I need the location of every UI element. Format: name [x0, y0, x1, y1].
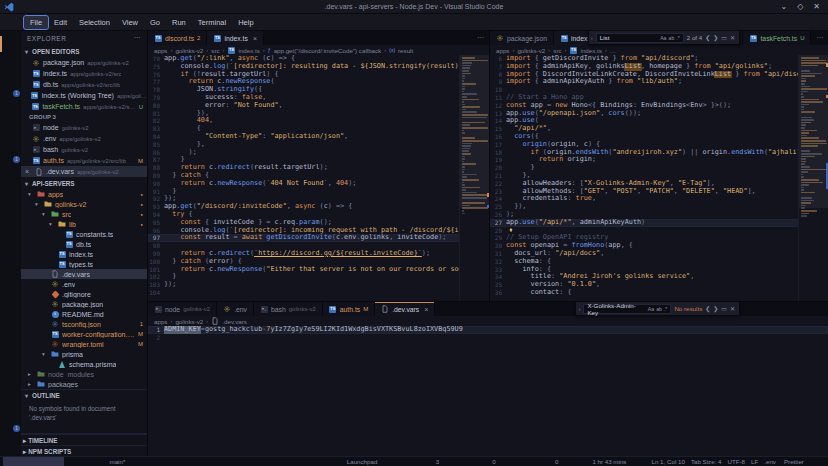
expand-replace-icon[interactable]: › — [591, 35, 593, 41]
tree-item-prisma[interactable]: ▾prisma — [21, 349, 147, 359]
expand-replace-icon[interactable]: › — [578, 306, 580, 312]
tree-item--env[interactable]: .env — [21, 279, 147, 289]
tree-item-tsconfig-json[interactable]: tsconfig.json1 — [21, 319, 147, 329]
accounts-icon[interactable]: 1 — [0, 412, 21, 434]
breadcrumb-item[interactable]: index.ts — [239, 47, 260, 54]
whole-word-icon[interactable]: ab — [669, 35, 675, 41]
regex-icon[interactable]: .* — [664, 306, 667, 312]
breadcrumb-item[interactable]: result — [398, 47, 413, 54]
minimize-icon[interactable]: ⌄ — [780, 2, 787, 11]
tree-item-lib[interactable]: ▾lib● — [21, 219, 147, 229]
tree-item-schema-prisma[interactable]: schema.prisma — [21, 359, 147, 369]
tree-item-golinks-v2[interactable]: ▾golinks-v2● — [21, 199, 147, 209]
menu-item-terminal[interactable]: Terminal — [192, 16, 232, 29]
tab-taskfetch-ts[interactable]: TStaskFetch.tsU — [743, 31, 811, 45]
statusbar-problems[interactable]: 30 — [381, 457, 498, 466]
statusbar-git-branch[interactable]: main* — [65, 457, 129, 466]
menu-item-run[interactable]: Run — [166, 16, 192, 29]
tab-discord-ts[interactable]: TSdiscord.ts2 — [148, 31, 207, 45]
breadcrumb-item[interactable]: index.ts — [581, 47, 602, 54]
run-debug-icon[interactable] — [0, 99, 21, 121]
menu-item-view[interactable]: View — [116, 16, 144, 29]
previous-match-icon[interactable]: ❮ — [705, 305, 710, 312]
statusbar-person[interactable] — [252, 457, 313, 466]
outline-header[interactable]: ▾ OUTLINE — [21, 389, 147, 401]
menu-item-selection[interactable]: Selection — [73, 16, 116, 29]
more-actions-icon[interactable]: ⋯ — [134, 34, 142, 42]
breadcrumb-item[interactable]: apps — [496, 47, 509, 54]
open-editor-item[interactable]: TSdb.tsapps/golinks-v2/src/lib — [21, 79, 147, 90]
close-icon[interactable]: × — [253, 35, 257, 42]
files-icon[interactable] — [0, 33, 21, 55]
open-editor-item[interactable]: TSindex.ts (Working Tree)apps/golinks-v… — [21, 90, 147, 101]
breadcrumb-item[interactable]: apps — [154, 47, 167, 54]
tree-item-packages[interactable]: ▸packages — [21, 379, 147, 389]
open-editor-item[interactable]: >_bashgolinks-v2 — [21, 144, 147, 155]
tab-bash[interactable]: >_bashgolinks-v2 — [254, 302, 323, 316]
breadcrumb-item[interactable]: golinks-v2 — [175, 47, 203, 54]
code-editor[interactable]: 70app.get("/:link", async (c) => {75 con… — [148, 55, 489, 301]
breadcrumb[interactable]: apps›golinks-v2›.dev.vars — [148, 316, 828, 326]
tree-item-constants-ts[interactable]: TSconstants.ts — [21, 229, 147, 239]
breadcrumb-item[interactable]: apps — [154, 318, 167, 325]
tree-item--gitignore[interactable]: .gitignore — [21, 289, 147, 299]
breadcrumb-item[interactable]: src — [553, 47, 561, 54]
close-icon[interactable]: ✕ — [813, 2, 820, 11]
statusbar-layers[interactable] — [191, 457, 252, 466]
find-in-selection-icon[interactable]: ▭ — [721, 34, 727, 41]
statusbar-encoding[interactable]: UTF-8 — [725, 457, 749, 466]
statusbar-indentation[interactable]: Tab Size: 4 — [688, 457, 725, 466]
open-editor-item[interactable]: ×.dev.varsapps/golinks-v2 — [21, 166, 147, 177]
statusbar-remote-indicator[interactable] — [3, 457, 64, 466]
breadcrumb[interactable]: apps›golinks-v2›src›TSindex.ts›ƒapp.get(… — [148, 45, 489, 55]
statusbar-notifications[interactable] — [807, 457, 825, 466]
statusbar-timer[interactable]: 1 hr 43 mins — [562, 457, 629, 466]
statusbar-language-mode[interactable]: .env — [761, 457, 779, 466]
open-editors-header[interactable]: ▾ OPEN EDITORS — [21, 45, 147, 57]
github-icon[interactable] — [0, 121, 21, 143]
find-in-selection-icon[interactable]: ▭ — [721, 305, 727, 312]
tab--dev-vars[interactable]: .dev.vars× — [375, 302, 435, 316]
open-editor-item[interactable]: TSauth.tsapps/golinks-v2/src/libM — [21, 155, 147, 166]
breadcrumb-item[interactable]: app.get("/discord/:inviteCode") callback — [274, 47, 382, 54]
statusbar-ports[interactable]: 0 — [500, 457, 562, 466]
search-icon[interactable] — [0, 55, 21, 77]
tree-item-index-ts[interactable]: TSindex.ts — [21, 249, 147, 259]
statusbar-sync[interactable] — [129, 457, 190, 466]
breadcrumb-item[interactable]: golinks-v2 — [517, 47, 545, 54]
docker-icon[interactable] — [0, 187, 21, 209]
minimap[interactable] — [459, 55, 489, 301]
menu-item-file[interactable]: File — [24, 16, 48, 29]
tree-item-db-ts[interactable]: TSdb.ts — [21, 239, 147, 249]
tree-item-wrangler-toml[interactable]: wrangler.tomlM — [21, 339, 147, 349]
match-case-icon[interactable]: Aa — [648, 306, 654, 312]
find-input[interactable]: X-Golinks-Admin-KeyAaab.* — [583, 304, 671, 314]
find-input[interactable]: ListAaab.* — [596, 33, 684, 43]
close-icon[interactable]: ✕ — [730, 34, 735, 41]
maximize-icon[interactable]: ◇ — [797, 2, 803, 11]
next-match-icon[interactable]: ❯ — [713, 34, 718, 41]
tab-auth-ts[interactable]: TSauth.tsM — [323, 302, 375, 316]
match-case-icon[interactable]: Aa — [660, 35, 666, 41]
tree-item-types-ts[interactable]: TStypes.ts — [21, 259, 147, 269]
breadcrumb-item[interactable]: golinks-v2 — [175, 318, 203, 325]
menu-item-go[interactable]: Go — [144, 16, 166, 29]
close-icon[interactable]: ✕ — [730, 305, 735, 312]
statusbar-launchpad[interactable]: Launchpad — [314, 457, 380, 466]
tree-item-node-modules[interactable]: ▸node_modules — [21, 369, 147, 379]
close-icon[interactable]: × — [424, 306, 428, 313]
open-editor-item[interactable]: TSindex.tsapps/golinks-v2/src — [21, 68, 147, 79]
open-editor-item[interactable]: package.jsonapps/golinks-v2 — [21, 57, 147, 68]
breadcrumb-item[interactable]: .dev.vars — [222, 318, 247, 325]
lightbulb-icon[interactable] — [508, 227, 514, 234]
statusbar-formatter[interactable]: Prettier — [779, 457, 807, 466]
more-actions-icon[interactable]: ⋯ — [811, 31, 828, 45]
tree-item--dev-vars[interactable]: .dev.vars — [21, 269, 147, 279]
open-editor-item[interactable]: >_nodegolinks-v2 — [21, 122, 147, 133]
breadcrumb[interactable]: apps›golinks-v2›src›TSindex.ts›… — [490, 45, 828, 55]
tree-item-package-json[interactable]: package.json — [21, 299, 147, 309]
extensions-icon[interactable]: 1 — [0, 143, 21, 165]
tree-item-src[interactable]: ▾src● — [21, 209, 147, 219]
tab-package-json[interactable]: package.json — [490, 31, 554, 45]
tree-item-worker-configuration-d-ts[interactable]: TSworker-configuration.d.tsM — [21, 329, 147, 339]
